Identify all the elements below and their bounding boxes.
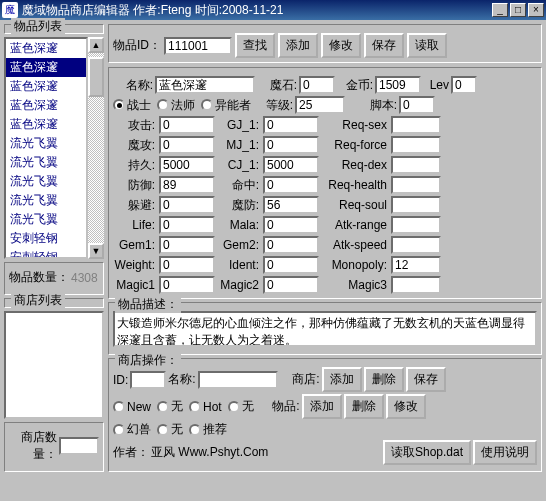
field-input[interactable]	[159, 176, 215, 194]
field-input[interactable]	[159, 116, 215, 134]
field-input[interactable]	[391, 236, 441, 254]
close-button[interactable]: ×	[528, 3, 544, 17]
field-input[interactable]	[159, 156, 215, 174]
list-item[interactable]: 流光飞翼	[6, 191, 86, 210]
shop-save-button[interactable]: 保存	[406, 367, 446, 392]
list-item[interactable]: 蓝色深邃	[6, 58, 86, 77]
shop-id-label: ID:	[113, 373, 128, 387]
list-item[interactable]: 流光飞翼	[6, 210, 86, 229]
field-input[interactable]	[263, 196, 319, 214]
shop-name-label: 名称:	[168, 371, 195, 388]
field-label: 躲避:	[113, 197, 157, 214]
field-label: Req-health	[321, 178, 389, 192]
field-input[interactable]	[263, 236, 319, 254]
item-listbox[interactable]: 蓝色深邃蓝色深邃蓝色深邃蓝色深邃蓝色深邃流光飞翼流光飞翼流光飞翼流光飞翼流光飞翼…	[4, 37, 88, 259]
field-label: Atk-speed	[321, 238, 389, 252]
level-input[interactable]	[295, 96, 345, 114]
modify-button[interactable]: 修改	[321, 33, 361, 58]
gold-input[interactable]	[375, 76, 421, 94]
field-label: 防御:	[113, 177, 157, 194]
field-label: Life:	[113, 218, 157, 232]
shop-add-button[interactable]: 添加	[322, 367, 362, 392]
list-item[interactable]: 蓝色深邃	[6, 96, 86, 115]
list-item[interactable]: 安刺轻钢	[6, 248, 86, 259]
list-item[interactable]: 流光飞翼	[6, 134, 86, 153]
field-input[interactable]	[263, 176, 319, 194]
item-add-button[interactable]: 添加	[302, 394, 342, 419]
script-input[interactable]	[399, 96, 435, 114]
radio-hot[interactable]: Hot	[189, 400, 222, 414]
field-label: 魔攻:	[113, 137, 157, 154]
list-item[interactable]: 蓝色深邃	[6, 39, 86, 58]
find-button[interactable]: 查找	[235, 33, 275, 58]
shop-count-input[interactable]	[59, 437, 99, 455]
shop-listbox[interactable]	[4, 311, 104, 419]
radio-esper[interactable]: 异能者	[201, 97, 251, 114]
radio-none2[interactable]: 无	[228, 398, 254, 415]
field-label: 攻击:	[113, 117, 157, 134]
field-label: Gem1:	[113, 238, 157, 252]
field-input[interactable]	[159, 276, 215, 294]
scroll-down-icon[interactable]: ▼	[88, 243, 104, 259]
read-shop-button[interactable]: 读取Shop.dat	[383, 440, 471, 465]
gold-label: 金币:	[337, 77, 373, 94]
field-input[interactable]	[159, 216, 215, 234]
radio-rec[interactable]: 推荐	[189, 421, 227, 438]
minimize-button[interactable]: _	[492, 3, 508, 17]
item-modify-button[interactable]: 修改	[386, 394, 426, 419]
field-label: Req-dex	[321, 158, 389, 172]
radio-none1[interactable]: 无	[157, 398, 183, 415]
help-button[interactable]: 使用说明	[473, 440, 537, 465]
field-input[interactable]	[159, 136, 215, 154]
read-button[interactable]: 读取	[407, 33, 447, 58]
radio-mage[interactable]: 法师	[157, 97, 195, 114]
shop-name-input[interactable]	[198, 371, 278, 389]
list-item[interactable]: 蓝色深邃	[6, 77, 86, 96]
field-input[interactable]	[263, 136, 319, 154]
field-input[interactable]	[391, 176, 441, 194]
field-input[interactable]	[391, 196, 441, 214]
field-input[interactable]	[263, 156, 319, 174]
radio-none3[interactable]: 无	[157, 421, 183, 438]
radio-new[interactable]: New	[113, 400, 151, 414]
name-input[interactable]	[155, 76, 255, 94]
maximize-button[interactable]: □	[510, 3, 526, 17]
scrollbar[interactable]: ▲ ▼	[88, 37, 104, 259]
app-icon: 魔	[2, 2, 18, 18]
list-item[interactable]: 蓝色深邃	[6, 115, 86, 134]
field-input[interactable]	[263, 256, 319, 274]
item-id-input[interactable]	[164, 37, 232, 55]
item-del-button[interactable]: 删除	[344, 394, 384, 419]
list-item[interactable]: 安刺轻钢	[6, 229, 86, 248]
itemlist-title: 物品列表	[11, 18, 65, 35]
add-button[interactable]: 添加	[278, 33, 318, 58]
scroll-up-icon[interactable]: ▲	[88, 37, 104, 53]
field-input[interactable]	[263, 276, 319, 294]
shop-del-button[interactable]: 删除	[364, 367, 404, 392]
save-button[interactable]: 保存	[364, 33, 404, 58]
field-input[interactable]	[391, 156, 441, 174]
list-item[interactable]: 流光飞翼	[6, 172, 86, 191]
field-input[interactable]	[159, 256, 215, 274]
radio-warrior[interactable]: 战士	[113, 97, 151, 114]
scroll-thumb[interactable]	[88, 57, 104, 97]
field-input[interactable]	[391, 136, 441, 154]
shop-id-input[interactable]	[130, 371, 166, 389]
author-value: 亚风 Www.Pshyt.Com	[151, 444, 268, 461]
field-input[interactable]	[391, 216, 441, 234]
field-input[interactable]	[391, 116, 441, 134]
desc-textarea[interactable]	[113, 311, 537, 347]
field-label: Atk-range	[321, 218, 389, 232]
stone-input[interactable]	[299, 76, 335, 94]
field-input[interactable]	[159, 236, 215, 254]
radio-fantasy[interactable]: 幻兽	[113, 421, 151, 438]
field-input[interactable]	[391, 256, 441, 274]
field-label: MJ_1:	[217, 138, 261, 152]
list-item[interactable]: 流光飞翼	[6, 153, 86, 172]
field-input[interactable]	[263, 216, 319, 234]
field-label: Ident:	[217, 258, 261, 272]
field-input[interactable]	[159, 196, 215, 214]
field-input[interactable]	[263, 116, 319, 134]
lev-input[interactable]	[451, 76, 477, 94]
field-input[interactable]	[391, 276, 441, 294]
